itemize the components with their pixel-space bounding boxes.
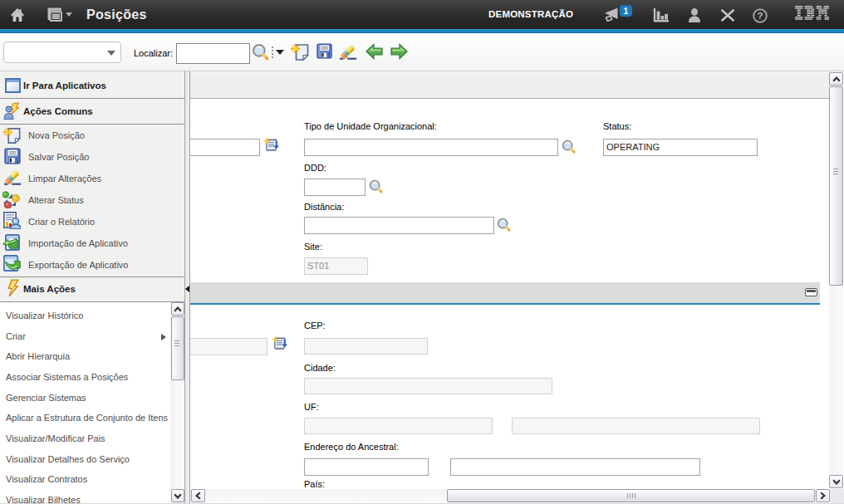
svg-text:?: ?	[757, 11, 763, 21]
